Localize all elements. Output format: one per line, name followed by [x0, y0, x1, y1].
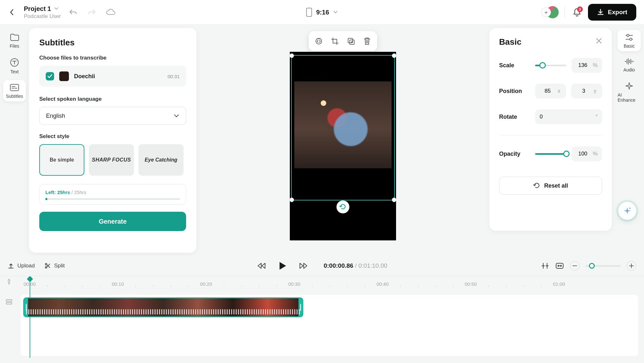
position-y-input[interactable] [577, 88, 591, 94]
opacity-input[interactable] [576, 151, 590, 157]
language-label: Select spoken language [39, 96, 186, 102]
scale-input[interactable] [576, 62, 590, 69]
undo-button[interactable] [67, 6, 80, 19]
skip-back-icon [257, 262, 266, 270]
chevron-down-icon[interactable] [54, 7, 59, 10]
style-card-eye-catching[interactable]: Eye Catching [138, 144, 184, 176]
resize-handle-br[interactable] [392, 198, 396, 202]
crop-button[interactable] [327, 33, 343, 49]
rotate-handle[interactable] [336, 200, 349, 213]
ruler-tick [188, 285, 189, 287]
style-label: Select style [39, 133, 186, 140]
ruler-tick [488, 285, 489, 287]
clip-trim-left[interactable] [24, 298, 28, 316]
clip-trim-right[interactable] [298, 298, 302, 316]
position-x-box[interactable]: x [535, 84, 566, 98]
divider [499, 135, 602, 135]
timeline-track-toggle[interactable] [5, 299, 13, 305]
skip-back-button[interactable] [257, 262, 266, 270]
style-card-sharp-focus[interactable]: SHARP FOCUS [89, 144, 134, 176]
resize-handle-tr[interactable] [392, 53, 396, 58]
add-collaborator-button[interactable]: ＋ [541, 7, 551, 17]
style-label-1: SHARP FOCUS [92, 157, 131, 163]
close-icon [596, 38, 602, 44]
upload-label: Upload [17, 263, 35, 269]
scale-slider[interactable] [535, 65, 566, 66]
svg-rect-11 [573, 265, 577, 266]
scale-value-box[interactable]: % [572, 58, 602, 73]
svg-point-7 [629, 208, 630, 209]
playhead[interactable] [30, 281, 30, 358]
track-area[interactable] [21, 295, 638, 356]
opacity-slider[interactable] [535, 153, 566, 155]
rail-text[interactable]: Text [3, 54, 26, 77]
file-row[interactable]: Doechii 00:31 [39, 66, 186, 87]
export-button[interactable]: Export [588, 4, 636, 21]
rail-audio-label: Audio [623, 67, 635, 72]
zoom-out-button[interactable] [570, 261, 580, 271]
aspect-ratio-selector[interactable]: 9:16 [306, 7, 338, 17]
notification-count: 3 [577, 6, 583, 12]
props-title: Basic [499, 37, 602, 47]
rail-files[interactable]: Files [3, 30, 26, 51]
opacity-value-box[interactable]: % [572, 146, 602, 161]
cloud-save-button[interactable] [104, 6, 117, 19]
fit-button[interactable] [555, 262, 564, 269]
ruler-tick [277, 285, 277, 287]
degree-unit: ° [595, 114, 598, 120]
timeline[interactable]: 00:00 00:10 00:20 00:30 00:40 00:50 01:0… [0, 276, 644, 363]
style-card-be-simple[interactable]: Be simple [39, 144, 84, 176]
play-icon [278, 261, 287, 271]
ai-fab-button[interactable] [618, 202, 636, 220]
refresh-icon [533, 182, 540, 189]
rotate-input[interactable] [540, 114, 592, 120]
split-button[interactable]: Split [44, 263, 65, 269]
rotate-value-box[interactable]: ° [535, 109, 602, 124]
selection-frame[interactable] [291, 55, 395, 200]
duplicate-button[interactable] [343, 33, 359, 49]
ruler-label: 00:30 [288, 281, 300, 287]
replace-media-button[interactable] [311, 33, 327, 49]
video-clip[interactable] [23, 297, 303, 317]
back-button[interactable] [8, 8, 16, 16]
resize-handle-tl[interactable] [289, 53, 294, 58]
svg-rect-13 [6, 302, 12, 304]
close-panel-button[interactable] [596, 38, 602, 44]
ruler-tick [224, 285, 224, 287]
position-x-input[interactable] [541, 88, 554, 94]
rail-basic[interactable]: Basic [618, 30, 641, 51]
generate-button[interactable]: Generate [39, 212, 186, 231]
zoom-in-button[interactable] [627, 261, 636, 271]
upload-button[interactable]: Upload [8, 263, 35, 269]
snap-button[interactable] [541, 262, 549, 270]
project-title[interactable]: Project 1 [24, 5, 51, 13]
rail-basic-label: Basic [624, 43, 635, 49]
zoom-slider[interactable] [585, 265, 621, 267]
canvas[interactable] [196, 25, 489, 256]
position-y-box[interactable]: y [571, 84, 602, 98]
rail-audio[interactable]: Audio [618, 54, 641, 75]
timeline-ruler[interactable]: 00:00 00:10 00:20 00:30 00:40 00:50 01:0… [21, 279, 644, 290]
ruler-tick [418, 285, 418, 287]
preview-viewport[interactable] [290, 52, 396, 240]
reset-all-button[interactable]: Reset all [499, 177, 602, 195]
generate-label: Generate [99, 218, 127, 225]
timeline-marker-toggle[interactable] [5, 278, 13, 285]
resize-handle-bl[interactable] [289, 198, 294, 202]
redo-button[interactable] [85, 6, 98, 19]
ruler-tick [347, 285, 347, 287]
aspect-ratio-value: 9:16 [316, 9, 329, 16]
file-checkbox[interactable] [46, 72, 54, 80]
rail-ai-enhance[interactable]: AI Enhance [618, 78, 641, 105]
delete-button[interactable] [359, 33, 375, 49]
skip-forward-button[interactable] [298, 262, 308, 270]
collaborators[interactable]: ＋ [541, 6, 559, 18]
divider [564, 7, 565, 17]
play-button[interactable] [275, 259, 289, 273]
notifications-button[interactable]: 3 [571, 6, 583, 19]
chevron-down-icon [333, 10, 338, 14]
time-current: 0:00:00.86 [324, 262, 353, 269]
language-select[interactable]: English [39, 107, 186, 125]
rail-subtitles[interactable]: Subtitles [3, 80, 26, 101]
refresh-icon [339, 203, 346, 210]
